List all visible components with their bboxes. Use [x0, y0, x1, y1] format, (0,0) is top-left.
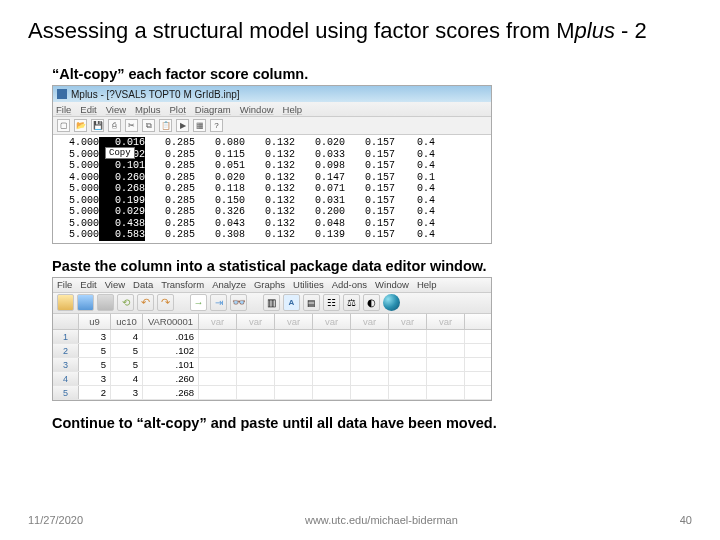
- variables-icon[interactable]: A: [283, 294, 300, 311]
- help-icon[interactable]: ?: [210, 119, 223, 132]
- mplus-data-row[interactable]: 5.0000.0290.2850.3260.1320.2000.1570.4: [59, 206, 491, 218]
- open-icon[interactable]: [57, 294, 74, 311]
- value-labels-icon[interactable]: ▤: [303, 294, 320, 311]
- mplus-window: Mplus - [?VSAL5 TOPT0 M GrIdB.inp] FileE…: [52, 85, 492, 244]
- select-icon[interactable]: ◐: [363, 294, 380, 311]
- spss-data-row[interactable]: 355.101: [53, 358, 491, 372]
- mplus-data-area[interactable]: Copy 4.0000.0160.2850.0800.1320.0200.157…: [53, 135, 491, 243]
- spss-data-row[interactable]: 523.268: [53, 386, 491, 400]
- run-icon[interactable]: ▶: [176, 119, 189, 132]
- recall-icon[interactable]: ⟲: [117, 294, 134, 311]
- footer-url: www.utc.edu/michael-biderman: [305, 514, 458, 526]
- mplus-data-row[interactable]: 5.0000.5830.2850.3080.1320.1390.1570.4: [59, 229, 491, 241]
- copy-icon[interactable]: ⧉: [142, 119, 155, 132]
- footer-page: 40: [680, 514, 692, 526]
- slide-title: Assessing a structural model using facto…: [28, 18, 692, 44]
- paste-icon[interactable]: 📋: [159, 119, 172, 132]
- mplus-data-row[interactable]: 5.0000.1990.2850.1500.1320.0310.1570.4: [59, 195, 491, 207]
- spss-window: FileEdit ViewData TransformAnalyze Graph…: [52, 277, 492, 401]
- spss-data-row[interactable]: 255.102: [53, 344, 491, 358]
- insert-case-icon[interactable]: ▥: [263, 294, 280, 311]
- use-sets-icon[interactable]: [383, 294, 400, 311]
- split-icon[interactable]: ☷: [323, 294, 340, 311]
- print-icon[interactable]: [97, 294, 114, 311]
- goto-var-icon[interactable]: ⇥: [210, 294, 227, 311]
- mplus-app-icon: [57, 89, 67, 99]
- spss-data-row[interactable]: 134.016: [53, 330, 491, 344]
- chart-icon[interactable]: ▦: [193, 119, 206, 132]
- redo-icon[interactable]: ↷: [157, 294, 174, 311]
- undo-icon[interactable]: ↶: [137, 294, 154, 311]
- find-icon[interactable]: 👓: [230, 294, 247, 311]
- spss-header-row: u9 uc10 VAR00001 var var var var var var…: [53, 314, 491, 330]
- spss-menubar[interactable]: FileEdit ViewData TransformAnalyze Graph…: [53, 278, 491, 293]
- step1-text: “Alt-copy” each factor score column.: [52, 66, 692, 82]
- save-icon[interactable]: 💾: [91, 119, 104, 132]
- footer-date: 11/27/2020: [28, 514, 83, 526]
- weight-icon[interactable]: ⚖: [343, 294, 360, 311]
- mplus-data-row[interactable]: 5.0000.4380.2850.0430.1320.0480.1570.4: [59, 218, 491, 230]
- goto-case-icon[interactable]: [190, 294, 207, 311]
- mplus-data-row[interactable]: 5.0000.1010.2850.0510.1320.0980.1570.4: [59, 160, 491, 172]
- save-icon[interactable]: [77, 294, 94, 311]
- copy-tooltip: Copy: [105, 147, 135, 159]
- spss-data-row[interactable]: 434.260: [53, 372, 491, 386]
- cut-icon[interactable]: ✂: [125, 119, 138, 132]
- step3-text: Continue to “alt-copy” and paste until a…: [52, 415, 692, 431]
- mplus-titlebar: Mplus - [?VSAL5 TOPT0 M GrIdB.inp]: [53, 86, 491, 102]
- open-icon[interactable]: 📂: [74, 119, 87, 132]
- mplus-toolbar: ▢ 📂 💾 ⎙ ✂ ⧉ 📋 ▶ ▦ ?: [53, 117, 491, 135]
- new-icon[interactable]: ▢: [57, 119, 70, 132]
- step2-text: Paste the column into a statistical pack…: [52, 258, 692, 274]
- mplus-data-row[interactable]: 4.0000.2600.2850.0200.1320.1470.1570.1: [59, 172, 491, 184]
- print-icon[interactable]: ⎙: [108, 119, 121, 132]
- mplus-data-row[interactable]: 5.0000.2680.2850.1180.1320.0710.1570.4: [59, 183, 491, 195]
- slide-footer: 11/27/2020 www.utc.edu/michael-biderman …: [0, 514, 720, 526]
- mplus-menubar[interactable]: FileEdit ViewMplus PlotDiagram WindowHel…: [53, 102, 491, 117]
- spss-toolbar: ⟲ ↶ ↷ ⇥ 👓 ▥ A ▤ ☷ ⚖ ◐: [53, 293, 491, 314]
- spss-data-grid[interactable]: u9 uc10 VAR00001 var var var var var var…: [53, 314, 491, 400]
